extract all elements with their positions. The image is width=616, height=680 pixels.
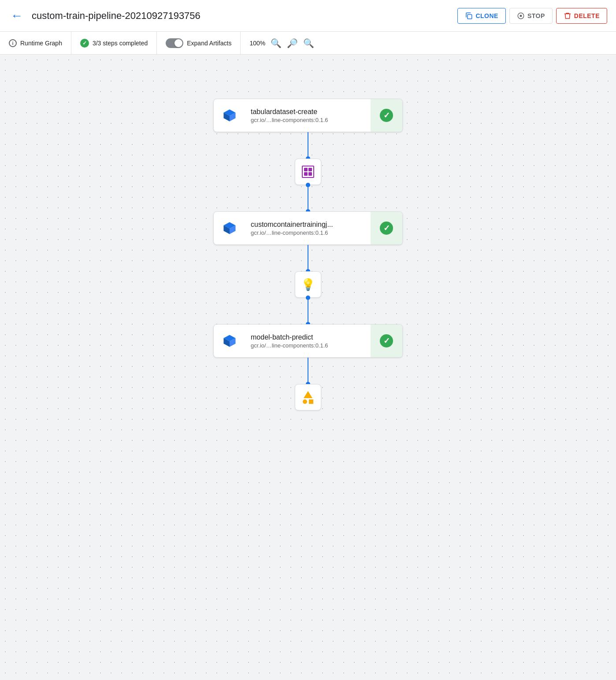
node-content-2: customcontainertrainingj... gcr.io/…line…	[245, 217, 371, 240]
delete-button[interactable]: DELETE	[556, 8, 607, 24]
connector-5	[308, 358, 308, 384]
connector-line-4	[308, 298, 308, 324]
shapes-icon	[303, 391, 313, 404]
connector-line-5	[308, 358, 308, 384]
connector-4	[308, 298, 308, 324]
node-name-2: customcontainertrainingj...	[251, 221, 365, 229]
connector-1	[308, 132, 308, 159]
expand-artifacts-toggle-wrap: Expand Artifacts	[157, 32, 241, 54]
node-sub-1: gcr.io/…line-components:0.1.6	[251, 117, 365, 123]
runtime-graph-btn[interactable]: i Runtime Graph	[9, 32, 71, 54]
zoom-controls: 100% 🔍 🔎 🔍	[241, 32, 323, 54]
node-name-1: tabulardataset-create	[251, 108, 365, 116]
stop-icon	[517, 12, 525, 20]
pipeline-node-tabulardataset-create[interactable]: tabulardataset-create gcr.io/…line-compo…	[213, 99, 403, 132]
square-shape	[309, 399, 313, 404]
steps-completed: 3/3 steps completed	[71, 32, 157, 54]
node-content-1: tabulardataset-create gcr.io/…line-compo…	[245, 104, 371, 127]
header-actions: CLONE STOP DELETE	[457, 8, 607, 24]
status-check-1	[380, 109, 393, 122]
back-button[interactable]: ←	[9, 7, 25, 25]
delete-icon	[564, 12, 571, 20]
zoom-out-icon[interactable]: 🔎	[287, 38, 298, 48]
pipeline-container: tabulardataset-create gcr.io/…line-compo…	[198, 99, 418, 410]
connector-line-3	[308, 245, 308, 271]
header: ← custom-train-pipeline-20210927193756 C…	[0, 0, 616, 32]
toolbar: i Runtime Graph 3/3 steps completed Expa…	[0, 32, 616, 55]
svg-rect-2	[520, 15, 522, 17]
cube-icon-1	[222, 107, 237, 123]
node-icon-wrap-3	[214, 325, 245, 357]
artifact-node-shapes[interactable]	[295, 384, 321, 410]
node-status-1	[371, 99, 402, 132]
expand-artifacts-toggle[interactable]	[166, 38, 183, 48]
connector-line-2	[308, 185, 308, 211]
clone-icon	[465, 12, 473, 20]
shapes-bottom	[303, 399, 313, 404]
pipeline-node-customcontainer[interactable]: customcontainertrainingj... gcr.io/…line…	[213, 211, 403, 245]
clone-button[interactable]: CLONE	[457, 8, 506, 24]
node-status-2	[371, 212, 402, 244]
bulb-icon: 💡	[301, 278, 315, 292]
node-sub-3: gcr.io/…line-components:0.1.6	[251, 342, 365, 349]
cube-icon-2	[222, 220, 237, 236]
node-status-3	[371, 325, 402, 357]
connector-line-1	[308, 132, 308, 159]
toggle-knob	[174, 39, 182, 47]
status-check-2	[380, 222, 393, 235]
page-title: custom-train-pipeline-20210927193756	[32, 10, 450, 22]
table-icon	[302, 166, 314, 178]
node-icon-wrap-1	[214, 99, 245, 132]
zoom-value: 100%	[249, 40, 265, 47]
zoom-in-icon[interactable]: 🔍	[271, 38, 282, 48]
node-name-3: model-batch-predict	[251, 333, 365, 341]
node-sub-2: gcr.io/…line-components:0.1.6	[251, 229, 365, 236]
steps-check-icon	[80, 39, 89, 48]
status-check-3	[380, 334, 393, 347]
connector-3	[308, 245, 308, 271]
info-icon: i	[9, 39, 17, 47]
node-icon-wrap-2	[214, 212, 245, 244]
pipeline-canvas: tabulardataset-create gcr.io/…line-compo…	[0, 55, 616, 680]
triangle-shape	[304, 391, 312, 398]
svg-rect-0	[468, 15, 472, 19]
connector-dot-4a	[306, 296, 310, 300]
connector-dot-2a	[306, 183, 310, 187]
cube-icon-3	[222, 333, 237, 349]
artifact-node-table[interactable]	[295, 159, 321, 185]
circle-shape	[303, 399, 307, 404]
zoom-fit-icon[interactable]: 🔍	[303, 38, 314, 48]
connector-2	[308, 185, 308, 211]
artifact-node-bulb[interactable]: 💡	[295, 271, 321, 298]
node-content-3: model-batch-predict gcr.io/…line-compone…	[245, 330, 371, 352]
stop-button[interactable]: STOP	[509, 8, 553, 24]
pipeline-node-model-batch-predict[interactable]: model-batch-predict gcr.io/…line-compone…	[213, 324, 403, 358]
